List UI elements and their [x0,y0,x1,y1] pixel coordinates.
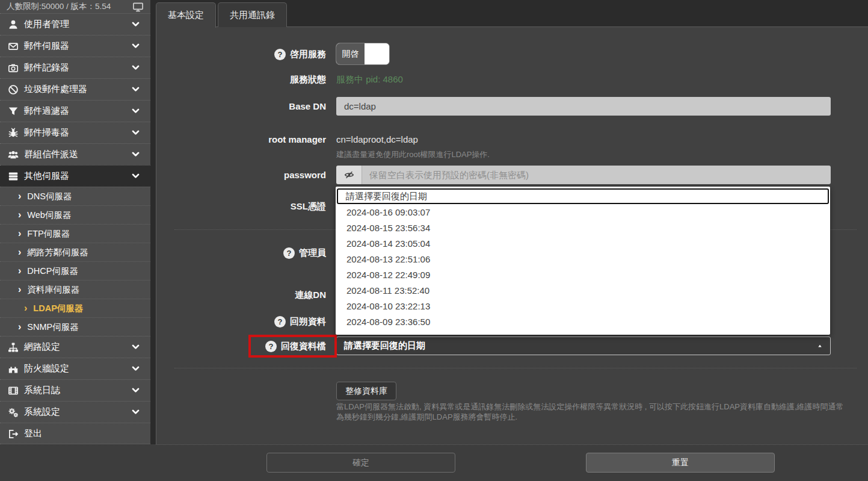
root-manager-label: root manager [156,132,326,146]
chevron-right-icon: › [18,266,21,276]
sidebar-item-ldap-server[interactable]: ›LDAP伺服器 [0,299,150,317]
sidebar-item-label: FTP伺服器 [27,228,70,240]
sidebar-panel-gutter [150,0,156,444]
caret-up-icon [817,343,823,349]
repair-database-button[interactable]: 整修資料庫 [336,382,396,400]
password-input[interactable] [362,166,831,184]
sidebar-item-logout[interactable]: 登出 [0,423,150,444]
firewall-icon [8,364,19,374]
sidebar-item-label: 郵件過濾器 [24,105,69,117]
sidebar-item-snmp-server[interactable]: ›SNMP伺服器 [0,317,150,336]
sidebar-item-mail-antivirus[interactable]: 郵件掃毒器 [0,122,150,143]
chevron-right-icon: › [18,247,21,257]
sidebar-item-spam-handler[interactable]: 垃圾郵件處理器 [0,78,150,100]
sidebar-item-other-servers[interactable]: 其他伺服器 [0,165,150,187]
eye-slash-icon[interactable] [336,166,362,184]
toggle-on-label: 開啓 [336,43,365,64]
help-icon[interactable]: ? [265,341,277,352]
help-icon[interactable]: ? [283,247,295,259]
rollback-data-label: ? 回朔資料 [156,314,326,330]
dropdown-option[interactable]: 2024-08-11 23:52:40 [336,283,830,299]
confirm-button[interactable]: 確定 [266,453,455,473]
help-icon[interactable]: ? [274,316,286,327]
dropdown-option[interactable]: 2024-08-14 23:05:04 [336,236,830,252]
sidebar-item-network-settings[interactable]: 網路設定 [0,336,150,358]
sidebar-item-label: DNS伺服器 [27,191,72,202]
dropdown-option[interactable]: 2024-08-15 23:56:34 [336,220,830,236]
restore-date-select-value: 請選擇要回復的日期 [344,340,425,352]
sidebar-item-label: 使用者管理 [24,19,69,30]
sidebar-item-mail-logger[interactable]: 郵件記錄器 [0,57,150,78]
chevron-right-icon: › [18,191,21,201]
sidebar-item-network-neighborhood-server[interactable]: ›網路芳鄰伺服器 [0,243,150,261]
sidebar-item-mail-filter[interactable]: 郵件過濾器 [0,100,150,122]
servers-icon [8,171,19,182]
monitor-icon[interactable] [132,1,144,13]
chevron-down-icon [131,364,140,373]
dropdown-option[interactable]: 2024-08-16 09:03:07 [336,205,830,220]
logout-icon [8,429,19,439]
ldap-server-settings-page: 人數限制:50000 / 版本：5.54 使用者管理郵件伺服器郵件記錄器垃圾郵件… [0,0,868,481]
password-label: password [156,167,326,183]
sidebar-item-firewall-settings[interactable]: 防火牆設定 [0,358,150,379]
help-icon[interactable]: ? [274,49,286,60]
sidebar-item-system-settings[interactable]: 系統設定 [0,401,150,423]
chevron-down-icon [131,386,140,395]
restore-date-select[interactable]: 請選擇要回復的日期 [336,337,831,355]
sidebar-item-label: 郵件掃毒器 [24,127,69,138]
sidebar-item-group-mail-delivery[interactable]: 群組信件派送 [0,143,150,165]
sidebar-item-label: 網路芳鄰伺服器 [27,247,88,258]
tab-basic-settings[interactable]: 基本設定 [156,2,216,28]
sidebar-item-dns-server[interactable]: ›DNS伺服器 [0,187,150,205]
users-icon [8,149,19,160]
user-icon [8,19,19,30]
restore-date-dropdown: 請選擇要回復的日期2024-08-16 09:03:072024-08-15 2… [336,187,830,335]
chevron-right-icon: › [18,229,21,238]
dropdown-option[interactable]: 2024-08-09 23:36:50 [336,314,830,330]
admin-label: ? 管理員 [156,245,326,261]
chevron-down-icon [131,85,140,94]
chevron-down-icon [131,172,140,181]
root-manager-value: cn=ldaproot,dc=ldap [336,132,418,146]
sidebar-item-mail-server[interactable]: 郵件伺服器 [0,35,150,57]
sidebar-item-label: LDAP伺服器 [33,303,83,314]
root-manager-hint: 建議盡量避免使用此root權限進行LDAP操作. [336,149,490,160]
sidebar-item-web-server[interactable]: ›Web伺服器 [0,205,150,224]
sidebar-item-dhcp-server[interactable]: ›DHCP伺服器 [0,261,150,280]
dropdown-option[interactable]: 請選擇要回復的日期 [337,188,829,204]
chevron-down-icon [131,63,140,72]
sidebar-header: 人數限制:50000 / 版本：5.54 [0,0,150,13]
enable-service-label: ? 啓用服務 [156,44,326,64]
password-field-group [336,166,831,184]
base-dn-input[interactable] [336,97,831,116]
ssl-cert-label: SSL憑證 [156,199,326,215]
sidebar-item-label: 群組信件派送 [24,149,78,160]
dropdown-option[interactable]: 2024-08-12 22:49:09 [336,267,830,283]
sidebar-item-database-server[interactable]: ›資料庫伺服器 [0,280,150,299]
sidebar-item-user-management[interactable]: 使用者管理 [0,13,150,35]
dropdown-option[interactable]: 2024-08-13 22:51:06 [336,252,830,267]
chevron-down-icon [131,128,140,137]
sidebar-item-label: 網路設定 [24,341,60,353]
sidebar-item-label: 垃圾郵件處理器 [24,84,87,95]
mail-icon [8,41,19,52]
restore-file-label: ? 回復資料檔 [156,338,326,355]
tab-shared-addressbook[interactable]: 共用通訊錄 [218,2,287,27]
section-divider [174,368,857,368]
sidebar-item-ftp-server[interactable]: ›FTP伺服器 [0,224,150,243]
reset-button[interactable]: 重置 [586,453,775,473]
chevron-down-icon [131,20,140,29]
sidebar-item-label: 郵件記錄器 [24,62,69,73]
sidebar-item-label: 資料庫伺服器 [27,284,79,296]
toggle-knob [365,43,389,64]
gears-icon [8,407,19,418]
sidebar-item-label: SNMP伺服器 [27,321,78,333]
enable-service-toggle[interactable]: 開啓 [336,43,389,64]
license-version-text: 人數限制:50000 / 版本：5.54 [7,1,111,12]
chevron-down-icon [131,343,140,352]
connection-dn-label: 連線DN [156,287,326,303]
filter-icon [8,106,19,117]
dropdown-option[interactable]: 2024-08-10 23:22:13 [336,299,830,314]
sidebar-item-system-logs[interactable]: 系統日誌 [0,379,150,401]
service-status-value: 服務中 pid: 4860 [336,72,403,87]
